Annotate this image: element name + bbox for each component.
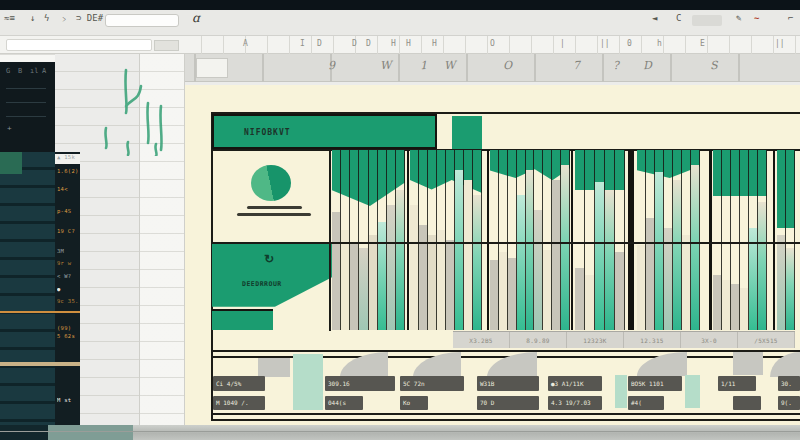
bar-column <box>455 150 464 330</box>
column-header-letter[interactable]: || <box>775 39 785 48</box>
send-icon[interactable]: ◄ <box>652 13 657 23</box>
bar <box>575 268 584 330</box>
dashboard-panel: NIFOBKVT ↻ DEEDRROUR X3.2B58.9.8912323K1… <box>185 85 800 425</box>
name-box-input[interactable] <box>105 14 179 27</box>
redo-icon[interactable]: ϟ <box>44 13 49 23</box>
bar-column <box>387 150 396 330</box>
refresh-subpanel[interactable]: ↻ DEEDRROUR <box>212 244 333 330</box>
column-header-letter[interactable]: ? <box>613 59 620 72</box>
selected-cell[interactable] <box>196 58 228 78</box>
bar-column <box>595 150 605 330</box>
row-label[interactable]: ▲ 15k <box>57 154 79 160</box>
column-header-letter[interactable]: W <box>380 59 392 73</box>
bar-column <box>664 150 673 330</box>
column-header-letter[interactable]: h <box>657 39 662 48</box>
row-label[interactable]: 3M <box>57 248 79 254</box>
sidebar-menu-line[interactable] <box>6 116 46 117</box>
forward-icon[interactable]: ﹥ <box>60 13 69 26</box>
pen-icon[interactable]: ✎ <box>736 13 741 23</box>
column-header-letter[interactable]: W <box>444 59 456 73</box>
chart-left-border <box>329 150 331 331</box>
table-pill-cell[interactable]: M 1049 /. <box>213 396 265 410</box>
column-header-letter[interactable]: I <box>300 39 305 48</box>
column-header-letter[interactable]: O <box>490 39 495 48</box>
mode-icon[interactable]: ⊃ DE# <box>76 13 103 23</box>
sidebar-menu-line[interactable] <box>6 102 46 103</box>
row-label[interactable]: 5 62s <box>57 333 79 339</box>
bar-column <box>561 150 570 330</box>
dashboard-title: NIFOBKVT <box>244 128 291 137</box>
axis-label: X3.2B5 <box>453 332 510 348</box>
column-header-letter[interactable]: H <box>391 39 396 48</box>
column-header-letter[interactable]: D <box>643 59 652 72</box>
table-pill-cell[interactable]: 044(s <box>325 396 363 410</box>
row-label[interactable]: < W? <box>57 273 79 279</box>
sidebar-icon-2[interactable]: ıl <box>30 67 38 75</box>
sidebar-menu-line[interactable] <box>6 88 46 89</box>
row-label[interactable]: p-4S <box>57 208 79 214</box>
column-header-letter[interactable]: H <box>406 39 411 48</box>
bar <box>508 258 516 330</box>
dashboard-header-cell[interactable]: NIFOBKVT <box>212 114 437 149</box>
column-header-letter[interactable]: | <box>560 39 565 48</box>
sidebar-icon-3[interactable]: A <box>42 67 46 75</box>
table-pill-cell[interactable]: Ko <box>400 396 428 410</box>
column-header-letter[interactable]: 0 <box>627 39 632 48</box>
table-pill-cell[interactable]: 1/11 <box>718 376 756 391</box>
refresh-c-icon[interactable]: C <box>676 13 681 23</box>
row-label[interactable]: 1.6(2) <box>57 168 79 174</box>
table-pill-cell[interactable]: 9(. <box>778 396 800 410</box>
column-header-letter[interactable]: 1 <box>420 59 428 72</box>
row-label[interactable]: M st <box>57 397 79 403</box>
menu-lines-icon[interactable]: ≈≡ <box>4 13 15 23</box>
chart-section-0 <box>332 150 405 330</box>
table-pill-cell[interactable]: #4( <box>628 396 664 410</box>
column-header-letter[interactable]: E <box>700 39 705 48</box>
panel-bottom-border-1 <box>211 413 800 415</box>
table-pill-cell[interactable]: 5C 72n <box>400 376 464 391</box>
amber-divider-line <box>0 311 80 313</box>
bar <box>713 275 721 330</box>
sidebar-icon-1[interactable]: B <box>18 67 22 75</box>
bar-column <box>508 150 517 330</box>
table-pill-cell[interactable]: 70 D <box>477 396 539 410</box>
pin-icon[interactable]: ↓ <box>30 13 35 23</box>
column-header-letter[interactable]: D <box>366 39 371 48</box>
table-pill-cell[interactable]: W31B <box>477 376 539 391</box>
column-header-letter[interactable]: D <box>352 39 357 48</box>
axis-label: 3X-0 <box>681 332 738 348</box>
column-header-letter[interactable]: H <box>432 39 437 48</box>
row-label[interactable]: 14< <box>57 186 79 192</box>
toolbar-pill-button[interactable] <box>692 15 722 26</box>
row-label[interactable]: 9c 35.5 <box>57 298 79 304</box>
red-brush-icon[interactable]: ∼ <box>754 13 759 23</box>
column-header-letter[interactable]: S <box>710 59 718 72</box>
partial-icon[interactable]: ⌐ <box>788 13 793 23</box>
column-header-letter[interactable]: O <box>503 59 513 72</box>
x-axis-label-band: X3.2B58.9.8912323K12.3153X-0/5X515 <box>453 331 795 348</box>
formula-bar-input[interactable] <box>6 39 152 51</box>
table-pill-cell[interactable]: ●3 A1/11K <box>548 376 602 391</box>
row-label[interactable]: (99) <box>57 325 79 331</box>
table-pill-cell[interactable]: 30. <box>778 376 800 391</box>
bar <box>561 165 569 330</box>
row-label[interactable]: ● <box>57 286 79 292</box>
sidebar-icon-0[interactable]: G <box>6 67 10 75</box>
column-header-letter[interactable]: D <box>317 39 322 48</box>
column-header-letter[interactable]: 9 <box>328 59 336 72</box>
sidebar-add-button[interactable]: + <box>7 124 12 133</box>
chart-divider <box>407 150 409 330</box>
table-pill-cell[interactable]: 309.16 <box>325 376 395 391</box>
table-pill-cell[interactable]: Ci 4/5% <box>213 376 265 391</box>
column-header-letter[interactable]: || <box>600 39 610 48</box>
table-pill-cell[interactable] <box>733 396 761 410</box>
table-pill-cell[interactable]: BO5K 1101 <box>628 376 682 391</box>
column-header-letter[interactable]: A <box>243 39 248 48</box>
bar-column <box>534 150 543 330</box>
row-label[interactable]: 9r w <box>57 260 79 266</box>
table-pill-cell[interactable]: 4.3 19/7.03 <box>548 396 602 410</box>
header-button[interactable] <box>154 40 179 51</box>
row-label[interactable]: 19 C? <box>57 228 79 234</box>
column-header-letter[interactable]: 7 <box>573 59 581 72</box>
row-label-column: ▲ 15k1.6(2)14<p-4S19 C?3M9r w< W?●9c 35.… <box>55 152 80 425</box>
